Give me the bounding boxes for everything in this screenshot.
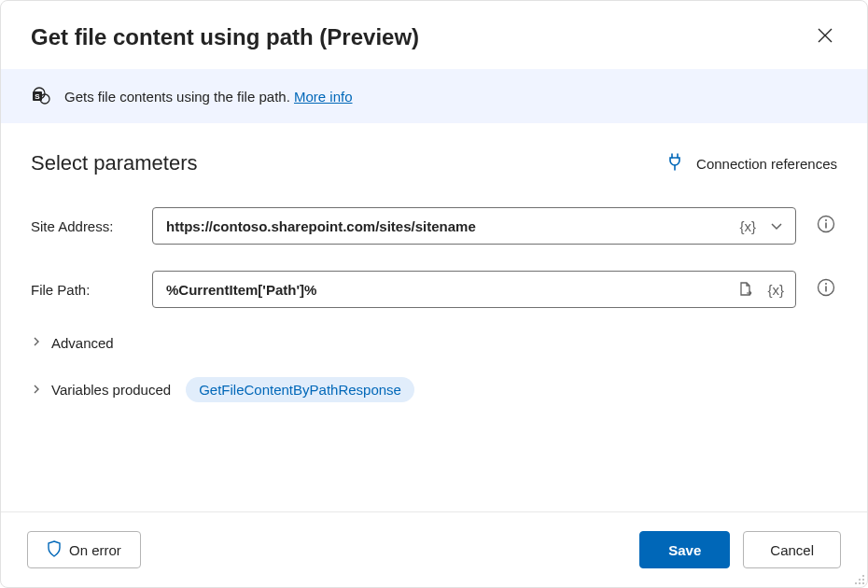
file-path-label: File Path: <box>31 282 133 298</box>
sharepoint-connector-icon: S <box>31 86 51 106</box>
advanced-label: Advanced <box>51 335 114 351</box>
svg-point-12 <box>862 579 864 581</box>
info-banner-description: Gets file contents using the file path. <box>64 89 294 105</box>
info-banner: S Gets file contents using the file path… <box>1 69 867 123</box>
file-path-row: File Path: {x} <box>31 271 837 308</box>
variable-output-pill[interactable]: GetFileContentByPathResponse <box>186 377 414 402</box>
connection-references-button[interactable]: Connection references <box>666 152 837 175</box>
on-error-button[interactable]: On error <box>27 531 141 568</box>
svg-rect-9 <box>825 287 827 292</box>
svg-point-13 <box>855 582 857 584</box>
dialog-content: Select parameters Connection references … <box>1 123 867 511</box>
info-icon[interactable] <box>815 276 837 302</box>
site-address-input-wrapper: {x} <box>152 207 796 245</box>
svg-text:S: S <box>35 92 40 101</box>
site-address-input[interactable] <box>166 218 730 234</box>
variable-picker-icon[interactable]: {x} <box>735 217 760 236</box>
svg-point-14 <box>859 582 861 584</box>
info-icon[interactable] <box>815 213 837 239</box>
info-banner-text: Gets file contents using the file path. … <box>64 89 353 105</box>
advanced-expander[interactable]: Advanced <box>31 334 837 351</box>
chevron-down-icon[interactable] <box>765 217 788 235</box>
variables-produced-expander[interactable]: Variables produced GetFileContentByPathR… <box>31 377 837 402</box>
svg-point-8 <box>825 283 827 285</box>
svg-point-5 <box>825 219 827 221</box>
chevron-right-icon <box>31 334 42 351</box>
footer-right: Save Cancel <box>639 531 841 568</box>
dialog-footer: On error Save Cancel <box>1 511 867 587</box>
dialog-title: Get file content using path (Preview) <box>31 24 419 50</box>
plug-icon <box>666 152 683 175</box>
cancel-label: Cancel <box>770 542 814 558</box>
close-icon <box>817 27 833 47</box>
file-picker-icon[interactable] <box>734 279 758 300</box>
dialog: Get file content using path (Preview) S … <box>0 0 868 588</box>
close-button[interactable] <box>813 23 837 50</box>
more-info-link[interactable]: More info <box>294 89 353 105</box>
variables-produced-label: Variables produced <box>51 382 171 398</box>
connection-references-label: Connection references <box>696 156 837 172</box>
params-heading: Select parameters <box>31 151 198 175</box>
save-label: Save <box>668 542 701 558</box>
chevron-right-icon <box>31 382 42 399</box>
on-error-label: On error <box>69 542 121 558</box>
svg-point-15 <box>862 582 864 584</box>
svg-point-10 <box>862 575 864 577</box>
svg-rect-6 <box>825 223 827 229</box>
site-address-label: Site Address: <box>31 218 133 234</box>
file-path-input[interactable] <box>166 282 728 298</box>
cancel-button[interactable]: Cancel <box>743 531 841 568</box>
dialog-header: Get file content using path (Preview) <box>1 1 867 69</box>
shield-icon <box>47 540 62 560</box>
site-address-row: Site Address: {x} <box>31 207 837 245</box>
file-path-input-wrapper: {x} <box>152 271 796 308</box>
svg-point-11 <box>859 579 861 581</box>
resize-grip-icon[interactable] <box>852 572 865 585</box>
params-header: Select parameters Connection references <box>31 151 837 175</box>
save-button[interactable]: Save <box>639 531 730 568</box>
variable-picker-icon[interactable]: {x} <box>763 280 788 300</box>
